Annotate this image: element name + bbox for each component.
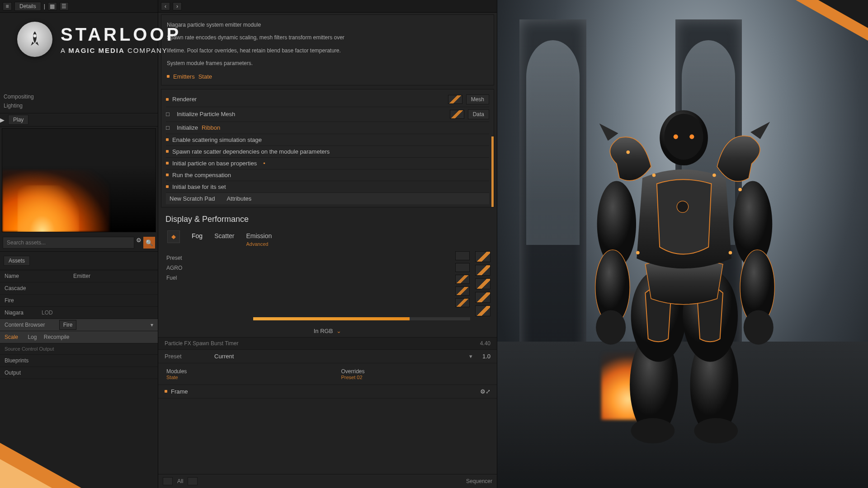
link[interactable]: State	[198, 73, 212, 80]
check-item[interactable]: Run the compensation	[172, 172, 231, 178]
svg-point-6	[677, 201, 688, 212]
foot-icon[interactable]	[163, 477, 173, 485]
play-row: ▶ Play	[0, 113, 158, 127]
list-item[interactable]: Cascade	[0, 282, 158, 295]
check-item[interactable]: Enable scattering simulation stage	[172, 136, 262, 143]
play-button[interactable]: Play	[8, 115, 28, 125]
module-tail[interactable]: New Scratch Pad	[170, 195, 215, 202]
prop-row[interactable]: AGRO	[166, 263, 489, 273]
scrollbar[interactable]	[491, 136, 494, 207]
tab-sub: Advanced	[246, 241, 272, 247]
prop-row[interactable]: Preset	[166, 253, 489, 263]
svg-marker-8	[750, 122, 770, 139]
menu-icon[interactable]: ≡	[3, 2, 12, 10]
tab-row: ◆ Fog Scatter EmissionAdvanced	[158, 228, 497, 251]
svg-point-13	[596, 310, 626, 345]
preset-thumb[interactable]	[475, 251, 491, 262]
corner-accent	[0, 459, 52, 488]
list-item[interactable]: NameEmitter	[0, 270, 158, 282]
section-title: Display & Performance	[158, 209, 497, 228]
foot-label[interactable]: All	[177, 478, 183, 484]
preset-thumb[interactable]	[455, 275, 470, 284]
list-item[interactable]: Output	[0, 367, 158, 379]
dot-icon	[166, 174, 169, 176]
expand-icon[interactable]: ⤢	[486, 388, 491, 395]
thumb-icon[interactable]	[448, 95, 462, 104]
preset-thumb[interactable]	[455, 298, 470, 307]
list-item[interactable]: Source Control Output	[0, 343, 158, 355]
prop-row[interactable]: Fuel	[166, 273, 489, 283]
thumb-icon[interactable]	[450, 110, 464, 119]
kv-row[interactable]: PresetCurrent▾1.0	[158, 350, 497, 363]
nav-item[interactable]: Compositing	[4, 92, 154, 101]
list-icon[interactable]: ☰	[60, 2, 69, 10]
dot-icon	[166, 138, 169, 141]
fire-preview[interactable]	[2, 128, 156, 232]
col-sub: State	[166, 375, 314, 380]
viewport[interactable]	[497, 0, 868, 488]
tab[interactable]: Scatter	[214, 230, 234, 241]
side-btn[interactable]: Data	[468, 109, 489, 119]
list-item[interactable]: Fire	[0, 295, 158, 307]
check-item[interactable]: Initial particle on base properties	[172, 160, 257, 167]
tab[interactable]: Fog	[192, 230, 203, 241]
preset-thumb[interactable]	[475, 292, 491, 303]
filter-icon[interactable]: ⚙	[136, 237, 142, 249]
modules-panel: RendererMesh □Initialize Particle MeshDa…	[161, 89, 494, 207]
list-item[interactable]: Blueprints	[0, 355, 158, 367]
preset-thumb[interactable]	[455, 263, 470, 272]
dot-icon	[166, 185, 169, 188]
preset-thumb[interactable]	[455, 251, 470, 260]
list-item[interactable]: NiagaraLOD	[0, 307, 158, 319]
middle-panel: ‹ › Niagara particle system emitter modu…	[158, 0, 497, 488]
module-name[interactable]: Initialize	[177, 124, 198, 131]
gear-icon[interactable]: ⚙	[480, 388, 486, 395]
content-field[interactable]: Fire	[59, 320, 77, 330]
svg-point-14	[744, 310, 774, 345]
link[interactable]: Emitters	[173, 73, 195, 80]
assets-header: Assets	[0, 252, 158, 270]
box-icon[interactable]: □	[166, 124, 173, 131]
check-item[interactable]: Spawn rate scatter dependencies on the m…	[172, 148, 330, 155]
preset-thumb[interactable]	[475, 265, 491, 276]
progress-bar[interactable]	[253, 317, 470, 320]
dropdown[interactable]: In RGB⌄	[158, 325, 497, 337]
chevron-down-icon: ⌄	[336, 328, 341, 334]
two-col: ModulesState OverridesPreset 02	[158, 363, 497, 385]
left-topbar: ≡ Details | ▦ ☰	[0, 0, 158, 13]
svg-point-23	[738, 188, 742, 192]
svg-point-2	[631, 418, 675, 444]
list-item[interactable]: Content Browser Fire ▾	[0, 319, 158, 331]
svg-point-16	[664, 114, 703, 160]
module-name[interactable]: Renderer	[172, 96, 197, 103]
left-panel: ≡ Details | ▦ ☰ Compositing Lighting ▶ P…	[0, 0, 158, 488]
fwd-icon[interactable]: ›	[173, 2, 182, 10]
search-input[interactable]	[3, 237, 134, 249]
brand-logo: STARLOOP A MAGIC MEDIA COMPANY	[17, 22, 181, 57]
back-icon[interactable]: ‹	[161, 2, 170, 10]
tab-badge-icon[interactable]: ◆	[167, 230, 180, 243]
box-icon[interactable]: □	[166, 111, 173, 118]
list-item[interactable]: Scale Log Recompile	[0, 331, 158, 343]
module-name[interactable]: Initialize Particle Mesh	[177, 111, 235, 117]
module-tail[interactable]: Attributes	[226, 195, 251, 202]
play-icon[interactable]: ▶	[0, 117, 5, 123]
preset-thumb[interactable]	[475, 278, 491, 289]
assets-tab[interactable]: Assets	[4, 256, 30, 266]
foot-icon[interactable]	[188, 477, 198, 485]
foot-label[interactable]: Sequencer	[466, 478, 492, 484]
tab[interactable]: Emission	[246, 230, 272, 241]
frame-row[interactable]: Frame⚙⤢	[158, 385, 497, 399]
col-label: Modules	[166, 367, 187, 375]
nav-section: Compositing Lighting	[0, 89, 158, 113]
details-tab[interactable]: Details	[14, 2, 41, 11]
nav-item[interactable]: Lighting	[4, 101, 154, 110]
side-btn[interactable]: Mesh	[466, 94, 489, 104]
grid-icon[interactable]: ▦	[48, 2, 57, 10]
search-button[interactable]: 🔍	[143, 237, 155, 249]
svg-point-24	[626, 150, 630, 154]
dot-icon	[166, 162, 169, 164]
check-item[interactable]: Initial base for its set	[172, 183, 226, 190]
preset-thumb[interactable]	[455, 286, 470, 296]
corner-accent	[818, 0, 868, 28]
